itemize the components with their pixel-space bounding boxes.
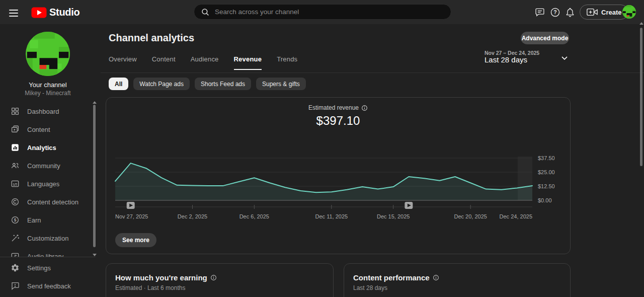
sidebar-item-community[interactable]: Community bbox=[0, 157, 96, 175]
channel-avatar[interactable] bbox=[26, 32, 70, 78]
svg-text:?: ? bbox=[553, 9, 556, 15]
top-app-bar: Studio ? bbox=[0, 0, 644, 24]
advanced-mode-button[interactable]: Advanced mode bbox=[521, 32, 569, 44]
notifications-bell-icon[interactable] bbox=[564, 6, 577, 19]
create-video-icon bbox=[587, 8, 598, 16]
chip-watch-page-ads[interactable]: Watch Page ads bbox=[133, 78, 190, 90]
copyright-icon bbox=[11, 197, 20, 206]
magic-wand-icon bbox=[11, 234, 20, 243]
svg-text:$: $ bbox=[14, 218, 17, 222]
revenue-filter-chips: All Watch Page ads Shorts Feed ads Super… bbox=[109, 78, 306, 90]
youtube-logo-icon bbox=[31, 7, 47, 18]
tabs-divider bbox=[101, 72, 644, 73]
svg-text:Nov 27, 2025: Nov 27, 2025 bbox=[115, 213, 148, 219]
video-marker-play-icon bbox=[127, 202, 135, 209]
page-title: Channel analytics bbox=[109, 32, 194, 44]
content-performance-card[interactable]: Content performance Last 28 days bbox=[344, 263, 571, 297]
see-more-button[interactable]: See more bbox=[115, 233, 156, 247]
chevron-down-icon bbox=[559, 53, 570, 63]
svg-text:Dec 11, 2025: Dec 11, 2025 bbox=[315, 213, 348, 219]
sidebar-scrollbar[interactable] bbox=[93, 105, 96, 247]
sidebar-item-content[interactable]: Content bbox=[0, 120, 96, 138]
content-performance-subtitle: Last 28 days bbox=[353, 284, 387, 291]
gear-icon bbox=[11, 263, 20, 272]
svg-text:Dec 2, 2025: Dec 2, 2025 bbox=[178, 213, 207, 219]
hamburger-menu-icon[interactable] bbox=[9, 8, 18, 19]
svg-text:$37.50: $37.50 bbox=[538, 155, 555, 161]
date-preset-label[interactable]: Last 28 days bbox=[485, 55, 527, 64]
sidebar-menu: Dashboard Content An bbox=[0, 102, 96, 257]
chip-all[interactable]: All bbox=[109, 78, 128, 90]
svg-text:Dec 6, 2025: Dec 6, 2025 bbox=[239, 213, 269, 219]
svg-text:$0.00: $0.00 bbox=[538, 197, 552, 203]
info-icon[interactable] bbox=[210, 274, 217, 281]
tab-revenue[interactable]: Revenue bbox=[234, 55, 262, 70]
create-button[interactable]: Create bbox=[580, 5, 628, 20]
tab-content[interactable]: Content bbox=[152, 55, 176, 70]
sidebar-item-customization[interactable]: Customization bbox=[0, 229, 96, 247]
feedback-bubble-icon bbox=[11, 281, 20, 290]
sidebar-item-dashboard[interactable]: Dashboard bbox=[0, 102, 96, 120]
sidebar-item-earn[interactable]: $ Earn bbox=[0, 211, 96, 229]
dashboard-icon bbox=[11, 107, 20, 116]
feedback-comment-icon[interactable] bbox=[533, 6, 546, 19]
tab-audience[interactable]: Audience bbox=[191, 55, 219, 70]
help-icon[interactable]: ? bbox=[548, 6, 561, 19]
svg-text:Dec 20, 2025: Dec 20, 2025 bbox=[454, 213, 487, 219]
channel-subtitle: Mikey - Minecraft bbox=[0, 90, 96, 97]
tab-overview[interactable]: Overview bbox=[109, 55, 137, 70]
content-icon bbox=[11, 125, 20, 134]
earning-summary-card[interactable]: How much you're earning Estimated · Last… bbox=[106, 263, 334, 297]
audio-library-icon bbox=[11, 252, 20, 257]
sidebar-divider bbox=[0, 257, 96, 257]
analytics-tabs: Overview Content Audience Revenue Trends bbox=[109, 55, 297, 70]
svg-text:$12.50: $12.50 bbox=[538, 183, 555, 189]
revenue-line-chart: $0.00$12.50$25.00$37.50Nov 27, 2025Dec 2… bbox=[106, 98, 570, 224]
tab-trends[interactable]: Trends bbox=[277, 55, 297, 70]
youtube-studio-window: Studio ? bbox=[0, 0, 644, 297]
sidebar-item-content-detection[interactable]: Content detection bbox=[0, 193, 96, 211]
sidebar-item-send-feedback[interactable]: Send feedback bbox=[0, 277, 96, 295]
studio-logo[interactable]: Studio bbox=[31, 7, 79, 18]
search-bar[interactable] bbox=[194, 4, 451, 20]
analytics-icon bbox=[11, 143, 20, 152]
create-label: Create bbox=[601, 9, 621, 16]
earning-card-title: How much you're earning bbox=[115, 273, 207, 282]
sidebar: Your channel Mikey - Minecraft Dashboard bbox=[0, 24, 101, 297]
chip-supers-gifts[interactable]: Supers & gifts bbox=[256, 78, 306, 90]
content-performance-title: Content performance bbox=[353, 273, 430, 282]
info-icon[interactable] bbox=[433, 274, 439, 281]
channel-name[interactable]: Your channel bbox=[0, 81, 96, 89]
studio-brand-text: Studio bbox=[49, 7, 79, 18]
svg-text:Dec 15, 2025: Dec 15, 2025 bbox=[377, 213, 410, 219]
search-input[interactable] bbox=[215, 8, 426, 16]
sidebar-item-settings[interactable]: Settings bbox=[0, 259, 96, 277]
date-picker-expand[interactable] bbox=[559, 53, 570, 65]
earning-card-subtitle: Estimated · Last 6 months bbox=[115, 284, 185, 291]
svg-text:Dec 24, 2025: Dec 24, 2025 bbox=[500, 213, 532, 219]
account-avatar[interactable] bbox=[622, 5, 636, 21]
sidebar-item-languages[interactable]: Languages bbox=[0, 175, 96, 193]
video-marker-play-icon bbox=[405, 202, 413, 209]
community-icon bbox=[11, 161, 20, 170]
sidebar-scroll-up-icon[interactable] bbox=[93, 101, 97, 104]
page-scroll-up-icon[interactable] bbox=[639, 22, 643, 25]
sidebar-item-analytics[interactable]: Analytics bbox=[0, 138, 96, 157]
sidebar-scroll-down-icon[interactable] bbox=[93, 254, 97, 256]
svg-text:$25.00: $25.00 bbox=[538, 169, 555, 175]
dollar-circle-icon: $ bbox=[11, 215, 20, 225]
languages-subtitles-icon bbox=[11, 179, 20, 188]
search-icon bbox=[201, 8, 210, 17]
page-scrollbar[interactable] bbox=[640, 28, 642, 166]
sidebar-item-audio-library[interactable]: Audio library bbox=[0, 247, 96, 257]
sidebar-footer-menu: Settings Send feedback bbox=[0, 259, 96, 295]
chip-shorts-feed-ads[interactable]: Shorts Feed ads bbox=[195, 78, 251, 90]
estimated-revenue-card: Estimated revenue $397.10 $0.00$12.50$25… bbox=[106, 97, 571, 254]
